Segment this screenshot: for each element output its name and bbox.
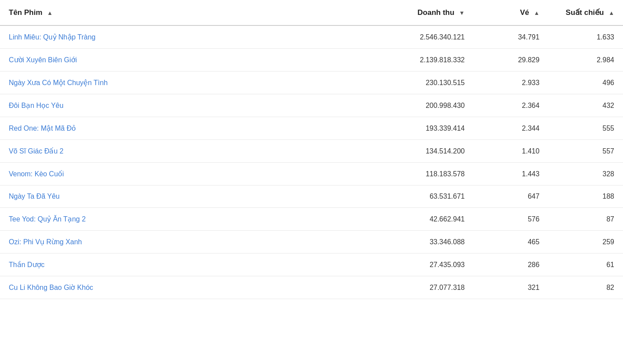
doanh-thu-cell: 63.531.671 (362, 186, 474, 208)
sort-asc-icon-suat-chieu: ▲ (609, 10, 614, 16)
doanh-thu-cell: 27.435.093 (362, 253, 474, 276)
doanh-thu-cell: 134.514.200 (362, 140, 474, 163)
table-row: Thần Dược27.435.09328661 (0, 253, 623, 276)
table-row: Ngày Ta Đã Yêu63.531.671647188 (0, 186, 623, 208)
table-row: Ozi: Phi Vụ Rừng Xanh33.346.088465259 (0, 231, 623, 253)
sort-asc-icon-ve: ▲ (534, 10, 540, 16)
ve-cell: 286 (473, 253, 548, 276)
film-name-cell[interactable]: Ngày Xưa Có Một Chuyện Tình (0, 71, 362, 94)
film-name-cell[interactable]: Linh Miêu: Quỷ Nhập Tràng (0, 25, 362, 49)
table-row: Cười Xuyên Biên Giới2.139.818.33229.8292… (0, 49, 623, 71)
ve-cell: 1.410 (473, 140, 548, 163)
table-row: Ngày Xưa Có Một Chuyện Tình230.130.5152.… (0, 71, 623, 94)
film-name-cell[interactable]: Venom: Kèo Cuối (0, 163, 362, 186)
doanh-thu-cell: 27.077.318 (362, 276, 474, 299)
sort-asc-icon: ▲ (47, 10, 53, 16)
doanh-thu-cell: 33.346.088 (362, 231, 474, 253)
doanh-thu-cell: 193.339.414 (362, 117, 474, 140)
film-name-cell[interactable]: Võ Sĩ Giác Đấu 2 (0, 140, 362, 163)
doanh-thu-cell: 200.998.430 (362, 94, 474, 117)
sort-desc-icon: ▼ (459, 10, 465, 16)
doanh-thu-cell: 2.139.818.332 (362, 49, 474, 71)
suat-chieu-cell: 82 (548, 276, 623, 299)
table-row: Cu Li Không Bao Giờ Khóc27.077.31832182 (0, 276, 623, 299)
table-row: Red One: Mật Mã Đỏ193.339.4142.344555 (0, 117, 623, 140)
film-name-cell[interactable]: Cu Li Không Bao Giờ Khóc (0, 276, 362, 299)
film-name-cell[interactable]: Red One: Mật Mã Đỏ (0, 117, 362, 140)
film-name-cell[interactable]: Ngày Ta Đã Yêu (0, 186, 362, 208)
film-name-cell[interactable]: Tee Yod: Quỷ Ăn Tạng 2 (0, 208, 362, 231)
suat-chieu-cell: 87 (548, 208, 623, 231)
movie-table: Tên Phim ▲ Doanh thu ▼ Vé ▲ Suất chiếu ▲… (0, 0, 623, 299)
suat-chieu-cell: 188 (548, 186, 623, 208)
table-row: Linh Miêu: Quỷ Nhập Tràng2.546.340.12134… (0, 25, 623, 49)
table-row: Tee Yod: Quỷ Ăn Tạng 242.662.94157687 (0, 208, 623, 231)
ve-cell: 2.933 (473, 71, 548, 94)
table-row: Venom: Kèo Cuối118.183.5781.443328 (0, 163, 623, 186)
ve-cell: 2.344 (473, 117, 548, 140)
suat-chieu-cell: 61 (548, 253, 623, 276)
ve-cell: 321 (473, 276, 548, 299)
table-row: Võ Sĩ Giác Đấu 2134.514.2001.410557 (0, 140, 623, 163)
film-name-cell[interactable]: Thần Dược (0, 253, 362, 276)
doanh-thu-cell: 2.546.340.121 (362, 25, 474, 49)
film-name-cell[interactable]: Đôi Bạn Học Yêu (0, 94, 362, 117)
suat-chieu-cell: 1.633 (548, 25, 623, 49)
film-name-cell[interactable]: Ozi: Phi Vụ Rừng Xanh (0, 231, 362, 253)
ve-cell: 1.443 (473, 163, 548, 186)
ve-cell: 2.364 (473, 94, 548, 117)
suat-chieu-cell: 432 (548, 94, 623, 117)
col-header-ten-phim[interactable]: Tên Phim ▲ (0, 0, 362, 25)
doanh-thu-cell: 118.183.578 (362, 163, 474, 186)
movie-table-container: Tên Phim ▲ Doanh thu ▼ Vé ▲ Suất chiếu ▲… (0, 0, 623, 299)
table-header-row: Tên Phim ▲ Doanh thu ▼ Vé ▲ Suất chiếu ▲ (0, 0, 623, 25)
suat-chieu-cell: 496 (548, 71, 623, 94)
suat-chieu-cell: 2.984 (548, 49, 623, 71)
ve-cell: 647 (473, 186, 548, 208)
film-name-cell[interactable]: Cười Xuyên Biên Giới (0, 49, 362, 71)
col-header-suat-chieu[interactable]: Suất chiếu ▲ (548, 0, 623, 25)
suat-chieu-cell: 557 (548, 140, 623, 163)
suat-chieu-cell: 555 (548, 117, 623, 140)
ve-cell: 34.791 (473, 25, 548, 49)
ve-cell: 465 (473, 231, 548, 253)
suat-chieu-cell: 259 (548, 231, 623, 253)
doanh-thu-cell: 230.130.515 (362, 71, 474, 94)
ve-cell: 29.829 (473, 49, 548, 71)
table-row: Đôi Bạn Học Yêu200.998.4302.364432 (0, 94, 623, 117)
suat-chieu-cell: 328 (548, 163, 623, 186)
col-header-ve[interactable]: Vé ▲ (473, 0, 548, 25)
doanh-thu-cell: 42.662.941 (362, 208, 474, 231)
col-header-doanh-thu[interactable]: Doanh thu ▼ (362, 0, 474, 25)
ve-cell: 576 (473, 208, 548, 231)
